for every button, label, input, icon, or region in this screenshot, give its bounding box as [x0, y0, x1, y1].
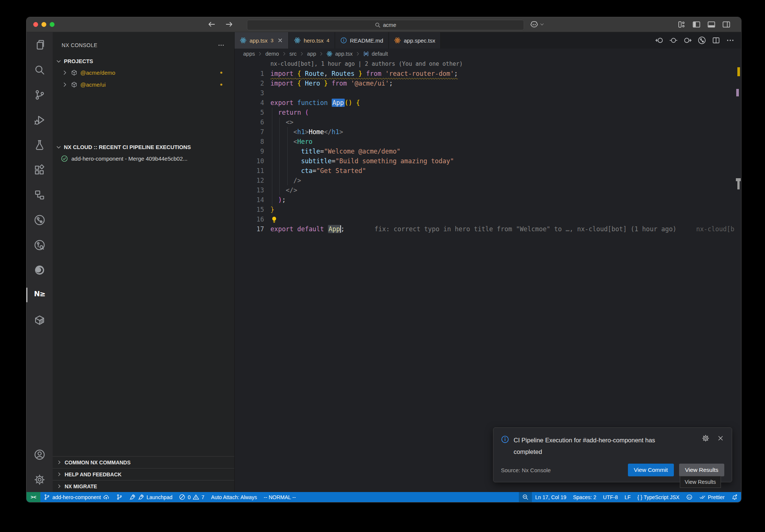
line-number: 6: [235, 117, 264, 127]
nav-back-icon[interactable]: [655, 36, 663, 44]
command-center-search[interactable]: acme: [247, 20, 524, 30]
code-line: 12 />: [235, 176, 741, 185]
sidebar-item-nx-console[interactable]: N≥: [27, 282, 53, 307]
pipeline-execution-item[interactable]: add-hero-component - Merge 409b44e5cb02.…: [53, 152, 234, 164]
section-label: NX MIGRATE: [65, 483, 97, 489]
status-remote-indicator[interactable]: ><: [27, 492, 40, 502]
sidebar-section-nx-migrate[interactable]: NX MIGRATE: [53, 480, 234, 492]
go-forward-icon[interactable]: [225, 20, 234, 29]
layout-panel-icon[interactable]: [707, 20, 716, 29]
tab-label: app.tsx: [250, 37, 267, 44]
line-number: 9: [235, 146, 264, 156]
breadcrumb-item-default[interactable]: default: [372, 51, 388, 57]
line-number: 13: [235, 185, 264, 195]
symbol-default-icon: [363, 51, 369, 57]
sidebar-item-run-and-debug[interactable]: [27, 107, 53, 132]
close-window-button[interactable]: [33, 22, 38, 27]
view-commit-button[interactable]: View Commit: [628, 464, 674, 476]
sidebar-item-source-control[interactable]: [27, 82, 53, 107]
layout-customize-icon[interactable]: [677, 20, 686, 29]
sidebar-item-git-search[interactable]: [27, 232, 53, 257]
status-text: -- NORMAL --: [264, 494, 296, 500]
sidebar-section-help-and-feedback[interactable]: HELP AND FEEDBACK: [53, 468, 234, 480]
projects-section-header[interactable]: PROJECTS: [53, 56, 234, 66]
status-notifications-bell[interactable]: [728, 492, 741, 502]
minimize-window-button[interactable]: [41, 22, 46, 27]
breadcrumb-item-apps[interactable]: apps: [243, 51, 255, 57]
status-encoding[interactable]: UTF-8: [600, 492, 621, 502]
sidebar-item-testing[interactable]: [27, 132, 53, 157]
tab-app-tsx[interactable]: app.tsx3: [235, 32, 289, 49]
layout-sidebar-left-icon[interactable]: [692, 20, 701, 29]
sidebar-item-accounts[interactable]: [27, 442, 53, 467]
status-prettier[interactable]: Prettier: [696, 492, 728, 502]
code-line: 5 return (: [235, 108, 741, 117]
notification-settings-gear-icon[interactable]: [702, 434, 709, 442]
sidebar-item-git-graph[interactable]: [27, 207, 53, 232]
status-git-branch[interactable]: add-hero-component: [40, 492, 113, 502]
line-number: 14: [235, 195, 264, 205]
split-icon[interactable]: [712, 36, 720, 44]
view-results-button[interactable]: View Results: [679, 464, 724, 476]
project-item--acme-ui[interactable]: @acme/ui: [53, 78, 234, 90]
section-label: COMMON NX COMMANDS: [65, 460, 131, 466]
tab-hero-tsx[interactable]: hero.tsx4: [289, 32, 335, 49]
status-vim-mode[interactable]: -- NORMAL --: [260, 492, 299, 502]
dblcheck-icon: [699, 494, 706, 500]
status-problems[interactable]: 07: [176, 492, 208, 502]
status-language-mode[interactable]: { } TypeScript JSX: [634, 492, 683, 502]
status-text: Auto Attach: Always: [211, 494, 257, 500]
nav-mid-icon[interactable]: [669, 36, 678, 44]
status-eol[interactable]: LF: [621, 492, 634, 502]
nx-cloud-section-header[interactable]: NX CLOUD :: RECENT CI PIPELINE EXECUTION…: [53, 142, 234, 152]
status-copilot-status[interactable]: [683, 492, 696, 502]
tab-app-spec-tsx[interactable]: app.spec.tsx: [389, 32, 441, 49]
more-actions-icon[interactable]: [218, 42, 224, 49]
breadcrumb-item-app-tsx[interactable]: app.tsx: [335, 51, 353, 57]
sidebar-item-containers[interactable]: [27, 307, 53, 332]
code-line: 2import { Hero } from '@acme/ui';: [235, 78, 741, 88]
breadcrumb-item-demo[interactable]: demo: [265, 51, 279, 57]
tab-README-md[interactable]: README.md: [335, 32, 389, 49]
ellipsis-icon[interactable]: [726, 36, 734, 44]
copilot-icon: [530, 20, 538, 28]
sidebar-item-project-structure[interactable]: [27, 182, 53, 207]
nav-fwd-icon[interactable]: [684, 36, 692, 44]
status-auto-attach[interactable]: Auto Attach: Always: [208, 492, 260, 502]
status-cursor-position[interactable]: Ln 17, Col 19: [532, 492, 570, 502]
sidebar-item-explorer[interactable]: [27, 32, 53, 57]
status-indentation[interactable]: Spaces: 2: [570, 492, 600, 502]
copilot-menu-button[interactable]: [530, 20, 545, 28]
sidebar-item-search[interactable]: [27, 57, 53, 82]
overview-warning-mark: [737, 67, 740, 76]
beaker-icon: [34, 139, 45, 151]
quick-fix-lightbulb-icon[interactable]: [270, 216, 278, 223]
zoom-window-button[interactable]: [50, 22, 55, 27]
react-icon: [394, 37, 401, 44]
info-icon: [340, 37, 347, 44]
layout-sidebar-right-icon[interactable]: [722, 20, 731, 29]
notification-toast: CI Pipeline Execution for #add-hero-comp…: [493, 427, 732, 482]
sidebar-item-extensions[interactable]: [27, 157, 53, 182]
indent-guide: [279, 117, 280, 195]
tab-close-icon[interactable]: [277, 37, 283, 43]
sidebar-item-edge-browser[interactable]: [27, 257, 53, 282]
code-line: 17export default App;fix: correct typo i…: [235, 224, 741, 234]
status-zoom-indicator[interactable]: [519, 492, 532, 502]
go-back-icon[interactable]: [207, 20, 216, 29]
project-item--acme-demo[interactable]: @acme/demo: [53, 66, 234, 78]
package-icon: [71, 69, 77, 76]
sidebar-item-settings[interactable]: [27, 467, 53, 492]
status-git-graph[interactable]: [113, 492, 126, 502]
breadcrumb-item-app[interactable]: app: [307, 51, 316, 57]
sidebar-section-common-nx-commands[interactable]: COMMON NX COMMANDS: [53, 456, 234, 468]
code-line: 13 </>: [235, 185, 741, 195]
breadcrumb-item-src[interactable]: src: [289, 51, 297, 57]
run-circle-icon[interactable]: [698, 36, 706, 44]
notification-close-icon[interactable]: [717, 434, 724, 442]
tab-label: app.spec.tsx: [404, 37, 435, 44]
debug-icon: [34, 114, 45, 126]
editor-group: app.tsx3hero.tsx4README.mdapp.spec.tsx a…: [235, 32, 741, 492]
status-text: UTF-8: [603, 494, 618, 500]
status-launchpad[interactable]: Launchpad: [126, 492, 176, 502]
